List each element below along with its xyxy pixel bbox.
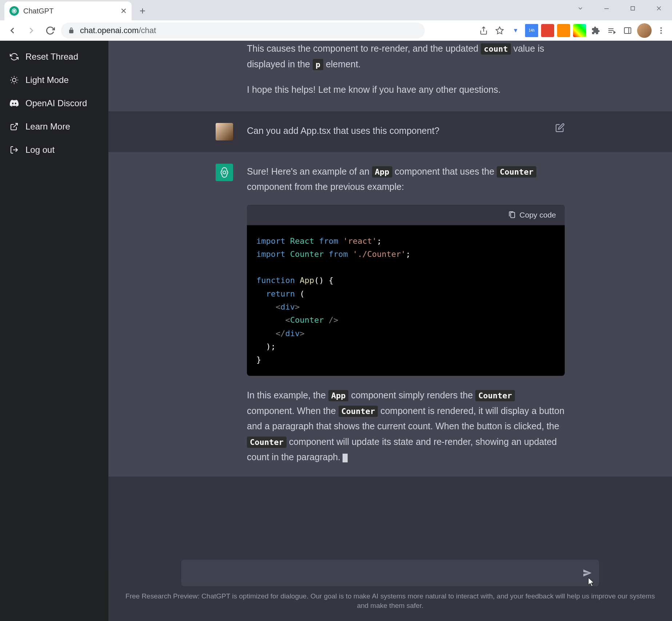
external-icon [9, 122, 19, 131]
mouse-cursor [588, 577, 595, 587]
sun-icon [9, 75, 19, 85]
input-area: Free Research Preview: ChatGPT is optimi… [108, 552, 672, 621]
svg-line-19 [11, 77, 12, 77]
code-block: Copy code import React from 'react'; imp… [247, 205, 565, 376]
maximize-button[interactable] [620, 0, 646, 16]
sidebar-item-learn[interactable]: Learn More [4, 115, 104, 138]
sidebar-item-label: Light Mode [25, 75, 69, 85]
browser-tab-bar: ChatGPT × + [0, 0, 672, 20]
svg-point-16 [12, 78, 16, 82]
forward-button[interactable] [23, 23, 39, 39]
close-tab-icon[interactable]: × [121, 5, 127, 17]
profile-avatar[interactable] [637, 23, 652, 38]
footer-disclaimer: Free Research Preview: ChatGPT is optimi… [108, 586, 672, 617]
user-avatar [216, 123, 233, 140]
new-tab-button[interactable]: + [135, 3, 151, 19]
svg-rect-2 [631, 7, 635, 10]
side-panel-icon[interactable] [621, 24, 634, 37]
svg-line-25 [13, 123, 17, 127]
extension-icon-2[interactable]: 14h [525, 24, 538, 37]
svg-line-23 [11, 82, 12, 83]
sidebar: Reset Thread Light Mode OpenAI Discord L… [0, 41, 108, 621]
extension-icon-4[interactable] [557, 24, 570, 37]
browser-toolbar: chat.openai.com/chat ▼ 14h [0, 20, 672, 41]
svg-point-14 [660, 30, 662, 31]
conversation-scroll[interactable]: This causes the component to re-render, … [108, 41, 672, 552]
extension-icon-3[interactable] [541, 24, 554, 37]
copy-code-button[interactable]: Copy code [508, 208, 556, 222]
typing-cursor [343, 454, 348, 462]
message-assistant-prev: This causes the component to re-render, … [108, 41, 672, 111]
refresh-icon [9, 52, 19, 61]
message-text: This causes the component to re-render, … [247, 41, 565, 72]
sidebar-item-logout[interactable]: Log out [4, 138, 104, 162]
svg-line-24 [16, 77, 17, 77]
main-content: This causes the component to re-render, … [108, 41, 672, 621]
extension-icon-1[interactable]: ▼ [509, 24, 522, 37]
send-button[interactable] [583, 568, 592, 578]
message-text: In this example, the App component simpl… [247, 387, 565, 465]
message-text: I hope this helps! Let me know if you ha… [247, 82, 565, 97]
favicon [9, 6, 19, 16]
svg-rect-11 [624, 28, 631, 33]
sidebar-item-reset[interactable]: Reset Thread [4, 45, 104, 68]
bookmark-icon[interactable] [493, 24, 506, 37]
edit-icon[interactable] [555, 123, 565, 132]
sidebar-item-label: Learn More [25, 122, 70, 132]
back-button[interactable] [4, 23, 20, 39]
bot-avatar [216, 164, 233, 181]
share-icon[interactable] [477, 24, 490, 37]
menu-icon[interactable] [655, 24, 668, 37]
tab-title: ChatGPT [23, 7, 116, 15]
logout-icon [9, 145, 19, 155]
lock-icon [68, 27, 75, 34]
message-assistant: Sure! Here's an example of an App compon… [108, 152, 672, 477]
extension-icon-5[interactable] [573, 24, 586, 37]
minimize-button[interactable] [593, 0, 620, 16]
sidebar-item-label: Log out [25, 145, 55, 155]
sidebar-item-discord[interactable]: OpenAI Discord [4, 92, 104, 115]
media-icon[interactable] [605, 24, 618, 37]
sidebar-item-theme[interactable]: Light Mode [4, 68, 104, 92]
url-text: chat.openai.com/chat [80, 26, 156, 35]
browser-tab[interactable]: ChatGPT × [4, 1, 132, 20]
svg-rect-28 [511, 212, 515, 218]
message-input[interactable] [181, 560, 599, 586]
chrome-caret-icon[interactable] [567, 0, 593, 16]
svg-point-27 [223, 171, 226, 174]
address-bar[interactable]: chat.openai.com/chat [61, 23, 425, 39]
svg-marker-10 [614, 31, 615, 33]
extensions-button[interactable] [589, 24, 602, 37]
sidebar-item-label: OpenAI Discord [25, 98, 87, 108]
svg-marker-6 [496, 27, 503, 34]
code-content: import React from 'react'; import Counte… [247, 225, 565, 376]
message-text: Can you add App.tsx that uses this compo… [247, 126, 440, 136]
close-window-button[interactable] [646, 0, 672, 16]
discord-icon [9, 99, 19, 108]
svg-point-15 [660, 32, 662, 34]
message-text: Sure! Here's an example of an App compon… [247, 164, 565, 195]
message-user: Can you add App.tsx that uses this compo… [108, 111, 672, 152]
sidebar-item-label: Reset Thread [25, 52, 78, 62]
svg-line-20 [16, 82, 17, 83]
svg-rect-1 [604, 8, 609, 9]
reload-button[interactable] [42, 23, 58, 39]
svg-point-13 [660, 27, 662, 29]
